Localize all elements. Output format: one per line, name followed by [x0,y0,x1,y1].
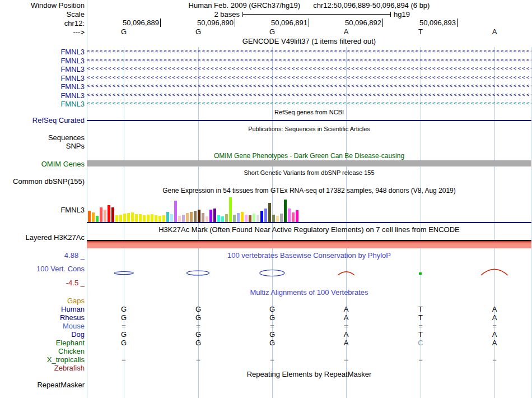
gene-label-fmnl3[interactable]: FMNL3 [0,74,85,82]
track-title-h3k27ac[interactable]: H3K27Ac Mark (Often Found Near Active Re… [87,225,531,234]
gtex-tissue-bar [174,201,177,222]
reference-base: G [121,27,127,36]
scale-bar-left-tick [242,12,243,17]
scale-bar-right-tick [390,12,391,17]
track-label-gtex-fmnl3[interactable]: FMNL3 [0,206,85,214]
gtex-tissue-bar [209,210,212,222]
gene-intron-arrows[interactable]: <<<<<<<<<<<<<<<<<<<<<<<<<<<<<<<<<<<<<<<<… [87,57,531,64]
scale-assembly-text: hg19 [394,10,410,18]
alignment-base: G [121,339,127,347]
h3k27ac-signal-bar[interactable] [87,240,531,248]
alignment-base: A [492,330,497,339]
track-title-repeatmasker[interactable]: Repeating Elements by RepeatMasker [87,370,531,378]
phylop-dot [419,272,422,275]
gtex-tissue-bar [88,211,91,222]
gene-label-fmnl3[interactable]: FMNL3 [0,57,85,65]
ruler-tick: 50,096,892 [345,18,383,27]
gtex-tissue-bar [96,216,99,222]
track-title-dbsnp[interactable]: Short Genetic Variants from dbSNP releas… [87,169,531,176]
track-label-repeatmasker[interactable]: RepeatMasker [0,381,85,389]
gtex-tissue-bar [186,213,189,222]
track-label-refseq-curated[interactable]: RefSeq Curated [0,116,85,124]
species-label-mouse[interactable]: Mouse [0,322,85,330]
gtex-tissue-bar [127,213,130,222]
gtex-tissue-bar [217,215,220,222]
gtex-tissue-bar [198,210,200,222]
gtex-tissue-bar [202,213,204,222]
position-range-label: chr12:50,096,889-50,096,894 (6 bp) [313,1,430,10]
gtex-tissue-bar [276,216,279,222]
track-label-common-dbsnp[interactable]: Common dbSNP(155) [0,177,85,186]
gene-intron-arrows[interactable]: <<<<<<<<<<<<<<<<<<<<<<<<<<<<<<<<<<<<<<<<… [87,74,531,81]
track-title-phylop[interactable]: 100 vertebrates Basewise Conservation by… [87,251,531,260]
gtex-tissue-bar [111,207,114,222]
reference-base: G [269,27,275,36]
species-label-gaps[interactable]: Gaps [0,297,85,305]
alignment-base: A [492,305,497,313]
phylop-min-label: -4.5 _ [0,279,85,287]
species-label-human[interactable]: Human [0,305,85,313]
track-title-refseq[interactable]: RefSeq genes from NCBI [87,109,531,115]
gtex-tissue-bar [139,214,142,222]
gene-label-fmnl3[interactable]: FMNL3 [0,82,85,91]
species-label-elephant[interactable]: Elephant [0,339,85,347]
gtex-tissue-bar [151,214,153,222]
track-label-100-vert-cons[interactable]: 100 Vert. Cons [0,265,85,273]
alignment-base: = [196,355,200,364]
gtex-tissue-bar [206,216,208,222]
omim-gene-bar[interactable] [87,160,531,166]
alignment-base: = [122,322,126,330]
alignment-base: G [269,305,275,313]
alignment-base: A [344,305,349,313]
strand-direction-label: ---> [0,28,85,36]
gtex-tissue-bar [108,205,110,222]
species-label-zebrafish[interactable]: Zebrafish [0,364,85,372]
alignment-base: T [418,313,423,322]
scale-bar [242,14,391,15]
gtex-tissue-bar [225,214,228,222]
track-label-snps[interactable]: SNPs [0,142,85,150]
species-label-x_tropicalis[interactable]: X_tropicalis [0,355,85,364]
track-label-omim-genes[interactable]: OMIM Genes [0,160,85,168]
gene-intron-arrows[interactable]: <<<<<<<<<<<<<<<<<<<<<<<<<<<<<<<<<<<<<<<<… [87,48,531,55]
alignment-base: = [122,355,126,364]
reference-base: A [344,27,349,36]
gene-intron-arrows[interactable]: <<<<<<<<<<<<<<<<<<<<<<<<<<<<<<<<<<<<<<<<… [87,82,531,90]
gtex-tissue-bar [221,216,224,222]
gene-label-fmnl3[interactable]: FMNL3 [0,100,85,108]
alignment-base: A [492,339,497,347]
gtex-expression-bars[interactable] [88,197,301,222]
track-title-publications[interactable]: Publications: Sequences in Scientific Ar… [87,126,531,132]
refseq-gene-bar[interactable] [87,120,531,121]
gene-intron-arrows[interactable]: <<<<<<<<<<<<<<<<<<<<<<<<<<<<<<<<<<<<<<<<… [87,65,531,72]
alignment-base: = [270,322,274,330]
gtex-tissue-bar [241,212,244,222]
species-label-rhesus[interactable]: Rhesus [0,313,85,322]
gene-label-fmnl3[interactable]: FMNL3 [0,91,85,100]
species-label-dog[interactable]: Dog [0,330,85,339]
gene-label-fmnl3[interactable]: FMNL3 [0,65,85,73]
alignment-base: = [492,355,497,364]
gtex-tissue-bar [155,215,157,222]
phylop-max-label: 4.88 _ [0,251,85,260]
alignment-base: G [195,330,201,339]
gtex-tissue-bar [100,207,102,222]
gene-intron-arrows[interactable]: <<<<<<<<<<<<<<<<<<<<<<<<<<<<<<<<<<<<<<<<… [87,91,531,99]
track-title-gtex[interactable]: Gene Expression in 54 tissues from GTEx … [87,187,531,195]
gtex-tissue-bar [288,209,291,222]
gtex-tissue-bar [170,214,173,222]
gene-label-fmnl3[interactable]: FMNL3 [0,48,85,56]
track-title-omim[interactable]: OMIM Gene Phenotypes - Dark Green Can Be… [87,152,531,160]
track-title-gencode[interactable]: GENCODE V49lift37 (1 items filtered out) [87,37,531,45]
track-label-layered-h3k27ac[interactable]: Layered H3K27Ac [0,233,85,242]
gene-intron-arrows[interactable]: <<<<<<<<<<<<<<<<<<<<<<<<<<<<<<<<<<<<<<<<… [87,100,531,107]
alignment-base: = [270,355,274,364]
phylop-wiggle[interactable] [87,267,531,279]
species-label-chicken[interactable]: Chicken [0,347,85,355]
alignment-base: G [269,339,275,347]
gtex-tissue-bar [194,211,197,222]
gtex-tissue-bar [260,211,263,222]
gtex-tissue-bar [229,197,232,222]
track-title-multiz[interactable]: Multiz Alignments of 100 Vertebrates [87,288,531,297]
track-label-sequences[interactable]: Sequences [0,133,85,142]
